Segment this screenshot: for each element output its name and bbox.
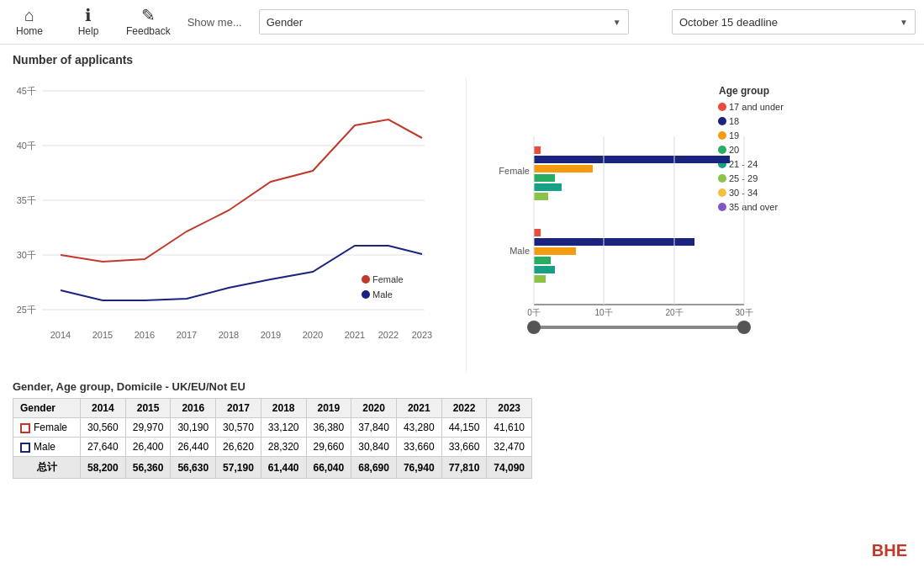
svg-rect-53 — [534, 266, 555, 273]
svg-point-62 — [737, 321, 751, 334]
svg-text:35千: 35千 — [17, 195, 36, 205]
svg-text:0千: 0千 — [527, 308, 541, 317]
svg-text:2022: 2022 — [378, 330, 399, 340]
svg-text:2019: 2019 — [261, 330, 281, 340]
svg-text:30千: 30千 — [17, 250, 36, 260]
svg-rect-49 — [534, 229, 541, 236]
svg-text:2018: 2018 — [219, 330, 239, 340]
col-header-2016: 2016 — [171, 399, 216, 418]
svg-text:Female: Female — [372, 274, 404, 284]
col-header-2018: 2018 — [261, 399, 306, 418]
cell-value: 76,940 — [396, 457, 441, 479]
svg-text:25千: 25千 — [17, 305, 36, 315]
col-header-2015: 2015 — [125, 399, 171, 418]
svg-text:35 and over: 35 and over — [729, 202, 778, 212]
svg-rect-51 — [534, 247, 576, 255]
table-row: Male27,64026,40026,44026,62028,32029,660… — [13, 438, 532, 457]
cell-value: 37,840 — [351, 418, 397, 438]
svg-text:20千: 20千 — [665, 308, 683, 317]
svg-point-39 — [718, 203, 726, 211]
feedback-nav[interactable]: ✎ Feedback — [126, 7, 171, 37]
svg-text:18: 18 — [729, 116, 739, 126]
svg-rect-52 — [534, 257, 551, 264]
svg-text:21 - 24: 21 - 24 — [729, 159, 758, 169]
svg-text:Age group: Age group — [719, 85, 769, 97]
table-row: Female30,56029,97030,19030,57033,12036,3… — [13, 418, 532, 438]
col-header-2021: 2021 — [396, 399, 441, 418]
cell-value: 28,320 — [261, 438, 306, 457]
svg-text:19: 19 — [729, 130, 739, 141]
svg-text:10千: 10千 — [594, 308, 612, 317]
cell-value: 74,090 — [487, 457, 532, 479]
table-row: 总计58,20056,36056,63057,19061,44066,04068… — [13, 457, 532, 479]
svg-rect-60 — [534, 326, 744, 329]
cell-value: 44,150 — [441, 418, 487, 438]
cell-value: 68,690 — [351, 457, 397, 479]
svg-text:30 - 34: 30 - 34 — [729, 188, 758, 198]
col-header-2014: 2014 — [81, 399, 126, 418]
line-chart-svg: 45千 40千 35千 30千 25千 2014 2015 2016 2017 … — [13, 77, 450, 355]
col-header-2017: 2017 — [216, 399, 261, 418]
svg-point-61 — [527, 321, 541, 334]
svg-rect-46 — [534, 183, 562, 191]
cell-gender: 总计 — [13, 457, 81, 479]
help-label: Help — [78, 25, 99, 37]
col-header-2020: 2020 — [351, 399, 397, 418]
cell-value: 26,620 — [216, 438, 261, 457]
cell-value: 41,610 — [487, 418, 532, 438]
svg-text:Male: Male — [510, 246, 530, 256]
show-me-label: Show me... — [187, 16, 242, 29]
cell-gender: Male — [13, 438, 81, 457]
deadline-dropdown[interactable]: October 15 deadline ▼ — [672, 9, 916, 34]
cell-value: 58,200 — [81, 457, 126, 479]
cell-value: 30,190 — [171, 418, 216, 438]
home-nav[interactable]: ⌂ Home — [8, 7, 50, 37]
cell-value: 33,660 — [396, 438, 441, 457]
svg-text:2021: 2021 — [345, 330, 365, 340]
table-section: Gender, Age group, Domicile - UK/EU/Not … — [13, 380, 911, 479]
cell-value: 61,440 — [261, 457, 306, 479]
gender-dropdown[interactable]: Gender ▼ — [259, 9, 629, 34]
svg-point-27 — [718, 117, 726, 125]
svg-point-37 — [718, 188, 726, 197]
svg-rect-42 — [534, 146, 541, 154]
bar-chart-container: Age group 17 and under 18 19 20 21 - 24 … — [467, 77, 911, 372]
cell-value: 66,040 — [306, 457, 351, 479]
cell-value: 29,970 — [125, 418, 171, 438]
svg-rect-54 — [534, 275, 546, 283]
feedback-label: Feedback — [126, 25, 171, 37]
table-header-row: Gender 2014 2015 2016 2017 2018 2019 202… — [13, 399, 532, 418]
svg-text:Female: Female — [499, 166, 530, 176]
svg-point-31 — [718, 146, 726, 154]
cell-value: 27,640 — [81, 438, 126, 457]
cell-value: 36,380 — [306, 418, 351, 438]
svg-point-22 — [362, 290, 370, 299]
svg-text:2016: 2016 — [135, 330, 155, 340]
chart-title: Number of applicants — [13, 53, 133, 66]
svg-text:2020: 2020 — [303, 330, 323, 340]
help-icon: ℹ — [85, 7, 92, 24]
cell-value: 26,400 — [125, 438, 171, 457]
table-title: Gender, Age group, Domicile - UK/EU/Not … — [13, 380, 911, 393]
charts-row: 45千 40千 35千 30千 25千 2014 2015 2016 2017 … — [13, 77, 911, 372]
bar-chart-svg: Age group 17 and under 18 19 20 21 - 24 … — [483, 77, 837, 355]
deadline-dropdown-arrow: ▼ — [900, 18, 908, 27]
svg-text:2017: 2017 — [177, 330, 197, 340]
svg-text:17 and under: 17 and under — [729, 102, 784, 112]
svg-point-20 — [362, 275, 370, 284]
gender-dropdown-arrow: ▼ — [613, 18, 621, 27]
cell-value: 30,560 — [81, 418, 126, 438]
cell-value: 56,360 — [125, 457, 171, 479]
line-chart-container: 45千 40千 35千 30千 25千 2014 2015 2016 2017 … — [13, 77, 467, 372]
svg-rect-50 — [534, 238, 694, 246]
home-label: Home — [16, 25, 43, 37]
main-content: Number of applicants 2023 ▼ 45千 40千 35千 … — [0, 45, 924, 487]
cell-value: 33,120 — [261, 418, 306, 438]
help-nav[interactable]: ℹ Help — [67, 7, 109, 37]
svg-text:2014: 2014 — [50, 330, 71, 340]
data-table: Gender 2014 2015 2016 2017 2018 2019 202… — [13, 398, 532, 479]
cell-value: 57,190 — [216, 457, 261, 479]
svg-text:Male: Male — [372, 289, 393, 300]
col-header-2019: 2019 — [306, 399, 351, 418]
cell-value: 29,660 — [306, 438, 351, 457]
